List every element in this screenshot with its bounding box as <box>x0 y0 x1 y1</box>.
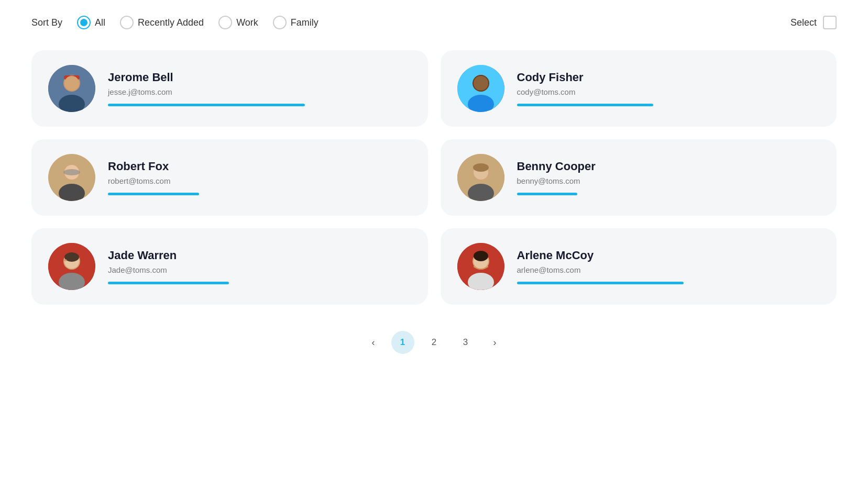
contact-card-cody-fisher[interactable]: Cody Fisher cody@toms.com <box>441 50 837 127</box>
contact-info-jade-warren: Jade Warren Jade@toms.com <box>108 249 411 284</box>
svg-point-4 <box>64 76 79 91</box>
radio-circle-family[interactable] <box>273 16 287 29</box>
progress-bar-jade-warren <box>108 282 411 284</box>
pagination-prev[interactable]: ‹ <box>364 333 383 352</box>
contact-card-robert-fox[interactable]: Robert Fox robert@toms.com <box>31 139 428 216</box>
progress-bar-cody-fisher <box>517 104 820 106</box>
progress-fill-benny-cooper <box>517 193 578 195</box>
radio-label-work: Work <box>236 17 258 28</box>
progress-bar-arlene-mccoy <box>517 282 820 284</box>
radio-work[interactable]: Work <box>218 16 258 29</box>
contact-info-jerome-bell: Jerome Bell jesse.j@toms.com <box>108 71 411 106</box>
select-checkbox[interactable] <box>823 16 837 29</box>
pagination-page-2[interactable]: 2 <box>423 331 446 354</box>
select-area: Select <box>790 16 837 29</box>
avatar-cody-fisher <box>457 65 504 112</box>
progress-fill-jade-warren <box>108 282 229 284</box>
contact-info-robert-fox: Robert Fox robert@toms.com <box>108 160 411 195</box>
select-label: Select <box>790 17 817 28</box>
avatar-jerome-bell <box>48 65 95 112</box>
radio-label-all: All <box>95 17 105 28</box>
progress-fill-arlene-mccoy <box>517 282 684 284</box>
pagination-next[interactable]: › <box>486 333 504 352</box>
contact-card-benny-cooper[interactable]: Benny Cooper benny@toms.com <box>441 139 837 216</box>
contact-email-robert-fox: robert@toms.com <box>108 176 411 185</box>
pagination-page-3[interactable]: 3 <box>454 331 477 354</box>
sort-by-label: Sort By <box>31 17 62 28</box>
radio-label-recently-added: Recently Added <box>138 17 204 28</box>
svg-point-24 <box>64 259 67 261</box>
progress-fill-robert-fox <box>108 193 199 195</box>
contact-name-cody-fisher: Cody Fisher <box>517 71 820 84</box>
progress-bar-robert-fox <box>108 193 411 195</box>
contact-card-arlene-mccoy[interactable]: Arlene McCoy arlene@toms.com <box>441 228 837 305</box>
svg-point-13 <box>63 169 80 175</box>
radio-circle-all[interactable] <box>77 16 91 29</box>
radio-circle-recently-added[interactable] <box>120 16 134 29</box>
contact-name-jerome-bell: Jerome Bell <box>108 71 411 84</box>
svg-point-18 <box>473 163 489 172</box>
contact-info-benny-cooper: Benny Cooper benny@toms.com <box>517 160 820 195</box>
contact-card-jade-warren[interactable]: Jade Warren Jade@toms.com <box>31 228 428 305</box>
contact-name-arlene-mccoy: Arlene McCoy <box>517 249 820 262</box>
radio-group: All Recently Added Work Family <box>77 16 318 29</box>
contact-email-cody-fisher: cody@toms.com <box>517 87 820 96</box>
radio-recently-added[interactable]: Recently Added <box>120 16 204 29</box>
contact-email-jerome-bell: jesse.j@toms.com <box>108 87 411 96</box>
avatar-robert-fox <box>48 154 95 201</box>
pagination-page-1[interactable]: 1 <box>391 331 414 354</box>
contact-info-cody-fisher: Cody Fisher cody@toms.com <box>517 71 820 106</box>
contact-card-jerome-bell[interactable]: Jerome Bell jesse.j@toms.com <box>31 50 428 127</box>
contact-email-jade-warren: Jade@toms.com <box>108 265 411 274</box>
radio-label-family: Family <box>291 17 318 28</box>
progress-bar-jerome-bell <box>108 104 411 106</box>
contacts-grid: Jerome Bell jesse.j@toms.com Cody Fisher… <box>21 50 847 305</box>
progress-fill-cody-fisher <box>517 104 653 106</box>
avatar-arlene-mccoy <box>457 243 504 290</box>
progress-bar-benny-cooper <box>517 193 820 195</box>
svg-point-29 <box>474 251 488 261</box>
radio-family[interactable]: Family <box>273 16 318 29</box>
avatar-jade-warren <box>48 243 95 290</box>
radio-circle-work[interactable] <box>218 16 232 29</box>
contact-email-benny-cooper: benny@toms.com <box>517 176 820 185</box>
radio-all[interactable]: All <box>77 16 105 29</box>
contact-name-robert-fox: Robert Fox <box>108 160 411 173</box>
svg-point-8 <box>474 76 488 91</box>
sort-options: Sort By All Recently Added Work Family <box>31 16 318 29</box>
pagination: ‹ 1 2 3 › <box>21 331 847 370</box>
avatar-benny-cooper <box>457 154 504 201</box>
contact-info-arlene-mccoy: Arlene McCoy arlene@toms.com <box>517 249 820 284</box>
contact-name-benny-cooper: Benny Cooper <box>517 160 820 173</box>
progress-fill-jerome-bell <box>108 104 305 106</box>
contact-name-jade-warren: Jade Warren <box>108 249 411 262</box>
sort-bar: Sort By All Recently Added Work Family S… <box>21 10 847 35</box>
contact-email-arlene-mccoy: arlene@toms.com <box>517 265 820 274</box>
